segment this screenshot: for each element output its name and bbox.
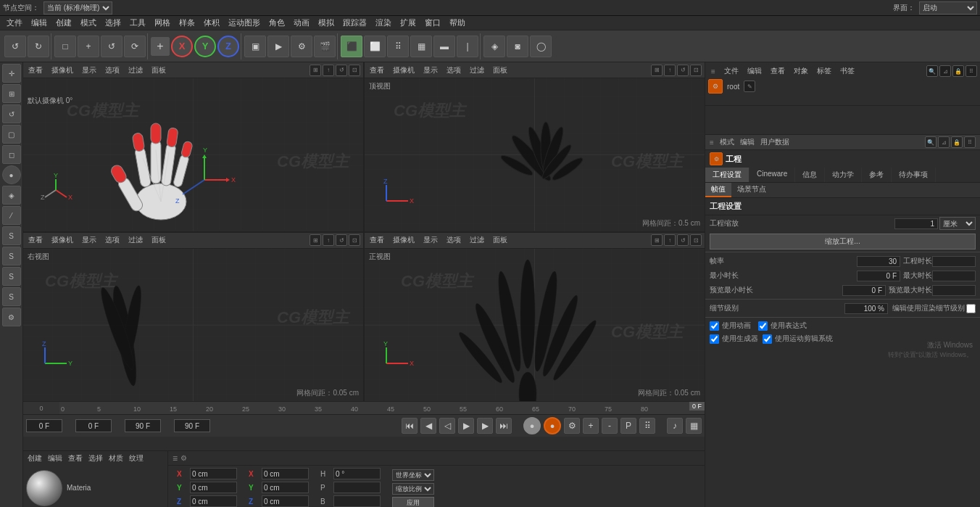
- use-expression-checkbox[interactable]: [758, 321, 768, 331]
- sound-button[interactable]: ♪: [667, 418, 683, 434]
- vp-icon-1a[interactable]: ⊞: [310, 65, 321, 76]
- vp-menu-display-2[interactable]: 显示: [421, 65, 440, 76]
- rp-tab-ref[interactable]: 参考: [862, 168, 892, 182]
- coord-x-input[interactable]: [190, 468, 237, 479]
- coord-settings-icon[interactable]: ⚙: [180, 454, 187, 462]
- use-animation-label[interactable]: 使用动画: [710, 321, 751, 331]
- menu-file[interactable]: 文件: [3, 17, 26, 29]
- scale-mode-select[interactable]: 缩放比例: [392, 483, 434, 495]
- interface-select[interactable]: 启动: [919, 1, 977, 15]
- rp-subtab-scene[interactable]: 场景节点: [731, 183, 772, 197]
- preview-min-input[interactable]: [842, 285, 886, 296]
- licon-rotate[interactable]: ↺: [2, 104, 21, 123]
- vp-menu-filter-3[interactable]: 过滤: [126, 234, 145, 246]
- menu-create[interactable]: 创建: [52, 17, 75, 29]
- rp-icon-lock[interactable]: 🔒: [952, 65, 964, 77]
- menu-select[interactable]: 选择: [101, 17, 125, 29]
- mat-menu-view[interactable]: 查看: [68, 453, 83, 463]
- render-view[interactable]: ▶: [267, 36, 289, 57]
- frame-end-input[interactable]: [125, 419, 161, 432]
- vp-menu-view-3[interactable]: 查看: [26, 234, 45, 246]
- play-reverse-button[interactable]: ◁: [439, 418, 455, 434]
- viewport-front[interactable]: 查看 摄像机 显示 选项 过滤 面板 ⊞ ↑ ↺ ⊡: [365, 233, 705, 402]
- mode-object[interactable]: □: [54, 36, 76, 57]
- vp-icon-2d[interactable]: ⊡: [690, 65, 702, 76]
- licon-paint[interactable]: S: [2, 287, 21, 306]
- vp-icon-1c[interactable]: ↺: [336, 65, 347, 76]
- rp-props-icon-3[interactable]: 🔒: [951, 136, 963, 148]
- menu-anim[interactable]: 动画: [290, 17, 313, 29]
- vp-icon-3a[interactable]: ⊞: [310, 234, 321, 246]
- menu-mode[interactable]: 模式: [77, 17, 100, 29]
- licon-poly[interactable]: ◈: [2, 186, 21, 205]
- vp-menu-panel-4[interactable]: 面板: [491, 234, 510, 246]
- key-move[interactable]: ⚙: [564, 418, 580, 434]
- menu-help[interactable]: 帮助: [446, 17, 469, 29]
- menu-render[interactable]: 渲染: [372, 17, 395, 29]
- rp-tab-project-settings[interactable]: 工程设置: [705, 168, 749, 182]
- rp-icon-more[interactable]: ⠿: [966, 65, 977, 77]
- coord-z2-input[interactable]: [262, 495, 309, 507]
- frame-start-input[interactable]: [26, 419, 62, 432]
- mat-menu-select[interactable]: 选择: [88, 453, 103, 463]
- render-region[interactable]: ▣: [244, 36, 266, 57]
- rp-menu-object[interactable]: 对象: [791, 65, 811, 77]
- rp-userdata-tab[interactable]: 用户数据: [760, 137, 789, 147]
- key-del[interactable]: -: [602, 418, 618, 434]
- vp-icon-3d[interactable]: ⊡: [349, 234, 360, 246]
- use-animation-checkbox[interactable]: [710, 321, 719, 331]
- coord-expand-icon[interactable]: ≡: [173, 453, 178, 463]
- rp-subtab-frame[interactable]: 帧值: [705, 183, 731, 197]
- vp-menu-display-1[interactable]: 显示: [80, 65, 99, 76]
- auto-key-button[interactable]: ●: [544, 417, 561, 434]
- use-motion-label[interactable]: 使用运动剪辑系统: [763, 334, 833, 344]
- vp-menu-panel-1[interactable]: 面板: [149, 65, 168, 76]
- rp-tab-info[interactable]: 信息: [795, 168, 825, 182]
- coord-y-input[interactable]: [190, 482, 237, 493]
- vp-menu-view-1[interactable]: 查看: [26, 65, 45, 76]
- vp-icon-2a[interactable]: ⊞: [651, 65, 663, 76]
- coord-z-input[interactable]: [190, 495, 237, 507]
- rp-menu-bookmark[interactable]: 书签: [837, 65, 858, 77]
- vp-icon-2c[interactable]: ↺: [677, 65, 689, 76]
- rp-icon-search[interactable]: 🔍: [926, 65, 938, 77]
- axis-x-button[interactable]: X: [171, 36, 193, 57]
- rp-menu-file[interactable]: 文件: [721, 65, 742, 77]
- project-time-input[interactable]: [932, 256, 976, 267]
- vp-menu-cam-4[interactable]: 摄像机: [391, 234, 417, 246]
- detail-level-input[interactable]: [844, 303, 888, 314]
- mode-select[interactable]: +: [78, 36, 99, 57]
- rp-props-icon-2[interactable]: ⊿: [938, 136, 950, 148]
- rp-expand-icon[interactable]: ≡: [708, 67, 718, 76]
- rp-props-icon-4[interactable]: ⠿: [964, 136, 976, 148]
- add-button[interactable]: +: [151, 37, 170, 56]
- licon-brush2[interactable]: S: [2, 247, 21, 265]
- rp-edit-tab[interactable]: 编辑: [740, 137, 755, 147]
- mode-rotate[interactable]: ↺: [101, 36, 122, 57]
- key-add[interactable]: +: [583, 418, 599, 434]
- coord-p-input[interactable]: [333, 482, 381, 493]
- preview-max-input[interactable]: [932, 285, 976, 296]
- axis-y-button[interactable]: Y: [194, 36, 216, 57]
- frame-max-input[interactable]: [174, 419, 210, 432]
- frame-current-input[interactable]: [75, 419, 112, 432]
- menu-mograph[interactable]: 运动图形: [225, 17, 264, 29]
- viewport-right[interactable]: 查看 摄像机 显示 选项 过滤 面板 ⊞ ↑ ↺ ⊡: [23, 233, 363, 402]
- viewport-top[interactable]: 查看 摄像机 显示 选项 过滤 面板 ⊞ ↑ ↺ ⊡: [365, 62, 705, 231]
- axis-z-button[interactable]: Z: [217, 36, 239, 57]
- prev-frame-button[interactable]: ◀: [420, 418, 436, 434]
- coord-x2-input[interactable]: [262, 468, 309, 479]
- rp-props-icon-1[interactable]: 🔍: [925, 136, 937, 148]
- licon-sculpt[interactable]: S: [2, 267, 21, 286]
- vp-menu-view-4[interactable]: 查看: [368, 234, 386, 246]
- mat-menu-material[interactable]: 材质: [109, 453, 123, 463]
- viewport-perspective[interactable]: 查看 摄像机 显示 选项 过滤 面板 ⊞ ↑ ↺ ⊡: [23, 62, 363, 231]
- rp-menu-tag[interactable]: 标签: [814, 65, 834, 77]
- material-ball[interactable]: [26, 470, 62, 506]
- vp-menu-options-3[interactable]: 选项: [103, 234, 122, 246]
- mode-transform[interactable]: ⟳: [124, 36, 146, 57]
- vp-menu-cam-3[interactable]: 摄像机: [49, 234, 75, 246]
- render-small[interactable]: ◙: [507, 36, 528, 57]
- menu-spline[interactable]: 样条: [175, 17, 199, 29]
- view-frame[interactable]: ▬: [433, 36, 455, 57]
